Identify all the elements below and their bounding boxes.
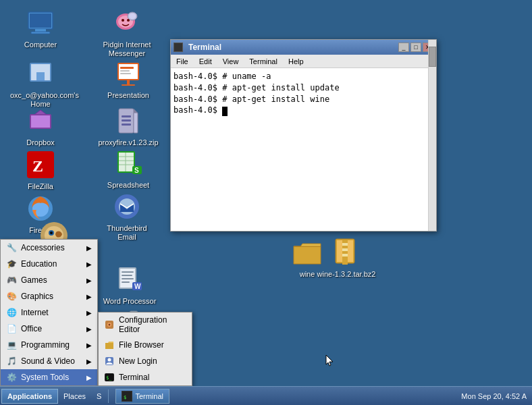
menu-item-education[interactable]: 🎓 Education ▶ [1,256,97,272]
proxyfire-icon [112,105,144,137]
terminal-line-2: bash-4.0$ # apt-get install update [174,82,433,94]
programming-arrow: ▶ [86,342,92,349]
terminal-window-icon [174,43,183,52]
terminal-minimize-btn[interactable]: _ [398,43,409,52]
proxyfire-label: proxyfire.v1.23.zip [98,138,158,147]
taskbar-places-label: Places [63,392,86,400]
office-arrow: ▶ [86,325,92,333]
submenu-file-browser[interactable]: File Browser [99,337,192,353]
desktop-icon-filezilla[interactable]: Z FileZilla [14,148,68,191]
graphics-arrow: ▶ [86,293,92,300]
taskbar-terminal-icon: $ [122,391,132,402]
desktop-icon-dropbox[interactable]: Dropbox [14,105,68,147]
wine-archive-icon [330,236,363,269]
taskbar-terminal-button[interactable]: $ Terminal [115,389,169,404]
terminal-titlebar: Terminal _ □ ✕ [171,40,436,55]
thunderbird-icon [111,190,143,223]
desktop-icon-wine-archive[interactable]: wine-1.3.2.tar.bz2 [316,236,377,279]
menu-item-sound-video[interactable]: 🎵 Sound & Video ▶ [1,353,97,369]
terminal-menu-file[interactable]: File [174,57,191,65]
presentation-icon [112,57,144,90]
desktop-icon-spreadsheet[interactable]: S Spreadsheet [101,147,155,190]
svg-rect-47 [122,271,134,273]
config-editor-label: Configuration Editor [119,315,186,334]
accessories-icon: 🔧 [6,242,17,253]
wine-archive-label: wine-1.3.2.tar.bz2 [316,270,377,279]
filezilla-icon: Z [24,148,57,181]
system-tools-submenu: Configuration Editor File Browser New Lo… [98,312,192,386]
svg-rect-19 [122,84,135,86]
desktop: Computer Pidgin Internet Messenger [0,0,532,405]
terminal-line-1: bash-4.0$ # uname -a [174,71,433,82]
taskbar-divider [108,389,109,403]
menu-item-programming[interactable]: 💻 Programming ▶ [1,337,97,353]
svg-text:S: S [134,167,139,174]
terminal-scrollbar[interactable] [428,68,436,231]
programming-icon: 💻 [6,340,17,350]
menu-item-games[interactable]: 🎮 Games ▶ [1,272,97,288]
svg-rect-25 [122,119,131,122]
system-tools-icon: ⚙️ [6,372,17,383]
sound-video-icon: 🎵 [6,356,17,367]
computer-label: Computer [24,40,57,49]
menu-item-system-tools[interactable]: ⚙️ System Tools ▶ [1,369,97,385]
graphics-icon: 🎨 [6,291,17,302]
terminal-content[interactable]: bash-4.0$ # uname -a bash-4.0$ # apt-get… [171,68,436,231]
pidgin-label: Pidgin Internet Messenger [97,40,157,58]
education-arrow: ▶ [86,261,92,268]
submenu-terminal-label: Terminal [119,373,149,382]
taskbar-terminal-label: Terminal [135,392,163,400]
accessories-arrow: ▶ [86,244,92,252]
spreadsheet-icon: S [112,147,144,180]
terminal-menu-edit[interactable]: Edit [196,57,215,65]
menu-item-graphics[interactable]: 🎨 Graphics ▶ [1,288,97,304]
svg-rect-21 [31,115,50,128]
taskbar-apps-button[interactable]: Applications [1,389,58,404]
svg-rect-62 [342,243,348,246]
desktop-icon-proxyfire[interactable]: proxyfire.v1.23.zip [101,105,155,147]
sound-video-arrow: ▶ [86,358,92,365]
games-arrow: ▶ [86,277,92,284]
taskbar-system-label: S [97,392,101,400]
desktop-icon-computer[interactable]: Computer [14,7,68,49]
menu-item-internet[interactable]: 🌐 Internet ▶ [1,304,97,321]
terminal-line-3: bash-4.0$ # apt-get install wine [174,94,433,105]
svg-point-6 [122,19,124,22]
taskbar-places-button[interactable]: Places [58,389,91,404]
new-login-label: New Login [119,356,157,366]
svg-text:$_: $_ [106,375,112,381]
svg-rect-26 [122,124,131,126]
taskbar-clock: Mon Sep 20, 4:52 A [456,392,532,400]
svg-text:Z: Z [32,157,43,175]
terminal-line-4: bash-4.0$ [174,105,228,115]
terminal-maximize-btn[interactable]: □ [410,43,421,52]
education-icon: 🎓 [6,259,17,269]
system-tools-arrow: ▶ [86,374,92,381]
svg-rect-3 [31,32,50,34]
submenu-new-login[interactable]: New Login [99,353,192,369]
desktop-icon-pidgin[interactable]: Pidgin Internet Messenger [100,7,154,58]
taskbar-system-button[interactable]: S [91,389,107,404]
terminal-menu-help[interactable]: Help [286,57,307,65]
desktop-icon-presentation[interactable]: Presentation [101,57,155,100]
svg-rect-15 [120,67,134,69]
spreadsheet-label: Spreadsheet [107,181,149,190]
svg-text:W: W [134,283,141,290]
menu-item-office[interactable]: 📄 Office ▶ [1,321,97,337]
submenu-config-editor[interactable]: Configuration Editor [99,313,192,337]
svg-rect-16 [120,70,130,72]
terminal-menu-view[interactable]: View [220,57,242,65]
terminal-menu-terminal[interactable]: Terminal [246,57,280,65]
home-icon [24,57,57,90]
internet-icon: 🌐 [6,307,17,318]
desktop-icon-thunderbird[interactable]: Thunderbird Email [100,190,154,242]
menu-item-accessories[interactable]: 🔧 Accessories ▶ [1,240,97,256]
internet-arrow: ▶ [86,309,92,317]
submenu-terminal[interactable]: $_ Terminal [99,369,192,385]
taskbar-apps-label: Applications [7,392,52,400]
svg-rect-1 [30,14,51,28]
terminal-window: Terminal _ □ ✕ File Edit View Terminal H… [170,39,437,232]
desktop-icon-word-processor[interactable]: W Word Processor [103,263,157,306]
config-editor-icon [104,319,115,330]
desktop-icon-home[interactable]: oxc_o@yahoo.com's Home [14,57,68,109]
